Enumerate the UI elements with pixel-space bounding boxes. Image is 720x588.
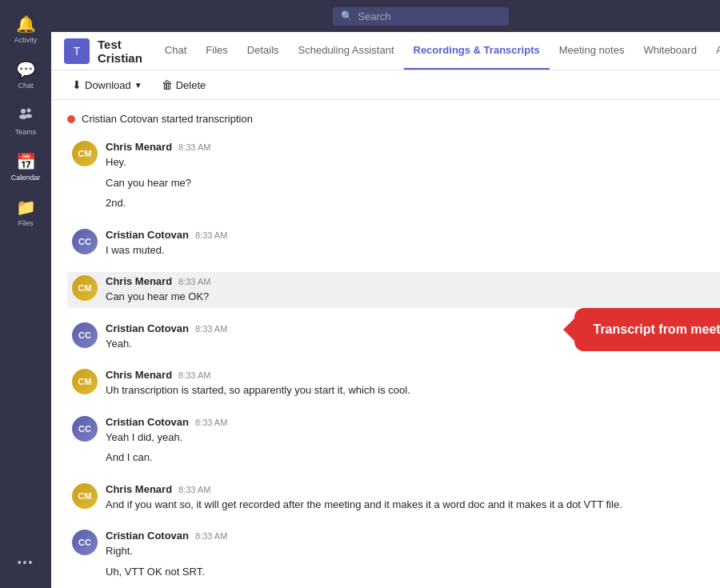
toolbar: ⬇ Download ▼ 🗑 Delete (51, 70, 720, 100)
callout-wrapper: Transcript from meeting (574, 308, 721, 351)
download-button[interactable]: ⬇ Download ▼ (64, 75, 150, 94)
message-author: Cristian Cotovan (106, 416, 189, 428)
message-text: I was muted. (106, 242, 720, 258)
activity-icon: 🔔 (16, 14, 36, 34)
channel-header: T Test Cristian Chat Files Details Sched… (51, 32, 720, 70)
avatar: CC (72, 229, 98, 254)
message-meta: Cristian Cotovan 8:33 AM (106, 416, 720, 428)
delete-button[interactable]: 🗑 Delete (154, 75, 214, 94)
tab-details[interactable]: Details (238, 32, 289, 70)
message-text: Hey. Can you hear me? 2nd. (106, 154, 720, 211)
tab-chat[interactable]: Chat (155, 32, 196, 70)
message-meta: Cristian Cotovan 8:33 AM (106, 229, 720, 241)
tab-attendance[interactable]: Attendance (706, 32, 720, 70)
svg-point-1 (27, 109, 31, 113)
message-time: 8:33 AM (195, 418, 227, 427)
message-author: Chris Menard (106, 483, 172, 495)
message-body: Cristian Cotovan 8:33 AM Yeah I did, yea… (106, 416, 720, 466)
sidebar-item-teams[interactable]: Teams (0, 99, 51, 142)
message-time: 8:33 AM (178, 142, 210, 152)
message-time: 8:33 AM (178, 277, 210, 286)
message-meta: Chris Menard 8:33 AM (106, 141, 720, 153)
message-author: Cristian Cotovan (106, 530, 189, 542)
message-text: Right. Uh, VTT OK not SRT. (106, 543, 720, 579)
message-meta: Chris Menard 8:33 AM (106, 275, 720, 287)
svg-point-0 (21, 109, 26, 114)
chat-icon: 💬 (16, 60, 36, 79)
message-text: Uh transcription is started, so apparent… (106, 382, 720, 398)
search-placeholder: Search (358, 10, 390, 22)
message-author: Chris Menard (106, 369, 172, 381)
message-author: Chris Menard (106, 275, 172, 287)
transcript-content[interactable]: Cristian Cotovan started transcription C… (51, 100, 720, 588)
sidebar-item-calendar[interactable]: 📅 Calendar (0, 146, 51, 188)
sidebar-label-files: Files (18, 219, 33, 227)
delete-icon: 🗑 (162, 78, 173, 91)
sidebar-label-activity: Activity (14, 36, 38, 44)
message-group: CM Chris Menard 8:33 AM Uh transcription… (67, 366, 720, 402)
message-author: Cristian Cotovan (106, 322, 189, 334)
message-body: Cristian Cotovan 8:33 AM I was muted. (106, 229, 720, 258)
teams-icon (18, 106, 34, 126)
svg-point-3 (26, 114, 32, 118)
more-icon: ••• (18, 556, 34, 569)
channel-icon: T (64, 38, 90, 64)
calendar-icon: 📅 (16, 152, 36, 171)
message-time: 8:33 AM (195, 531, 227, 541)
tab-whiteboard[interactable]: Whiteboard (634, 32, 706, 70)
callout-bubble: Transcript from meeting (574, 308, 721, 351)
message-group: CC Cristian Cotovan 8:33 AM Right. Uh, V… (67, 526, 720, 582)
message-author: Cristian Cotovan (106, 229, 189, 241)
sidebar-label-chat: Chat (18, 82, 33, 90)
avatar: CM (72, 275, 98, 301)
message-group: CC Cristian Cotovan 8:33 AM I was muted. (67, 226, 720, 262)
sidebar-item-files[interactable]: 📁 Files (0, 191, 51, 234)
tab-files[interactable]: Files (196, 32, 237, 70)
message-time: 8:33 AM (178, 370, 210, 380)
search-box[interactable]: 🔍 Search (333, 7, 509, 26)
message-body: Chris Menard 8:33 AM Can you hear me OK? (106, 275, 720, 305)
sidebar-label-calendar: Calendar (11, 174, 41, 182)
tab-scheduling[interactable]: Scheduling Assistant (289, 32, 404, 70)
message-meta: Chris Menard 8:33 AM (106, 369, 720, 381)
avatar: CC (72, 530, 98, 555)
tab-recordings[interactable]: Recordings & Transcripts (404, 32, 550, 70)
main-content: 🔍 Search T Test Cristian Chat Files Deta… (51, 0, 720, 588)
tab-meeting-notes[interactable]: Meeting notes (550, 32, 634, 70)
message-body: Cristian Cotovan 8:33 AM Right. Uh, VTT … (106, 530, 720, 579)
recording-dot (67, 115, 75, 123)
message-time: 8:33 AM (178, 485, 210, 494)
sidebar-item-activity[interactable]: 🔔 Activity (0, 8, 51, 50)
search-icon: 🔍 (341, 10, 353, 22)
avatar: CC (72, 322, 98, 348)
tab-nav: Chat Files Details Scheduling Assistant … (155, 32, 720, 70)
avatar: CM (72, 369, 98, 394)
message-time: 8:33 AM (195, 230, 227, 240)
message-group: CM Chris Menard 8:33 AM Hey. Can you hea… (67, 138, 720, 214)
message-text: Can you hear me OK? (106, 289, 720, 305)
message-text: And if you want so, it will get recorded… (106, 497, 720, 513)
message-time: 8:33 AM (195, 324, 227, 334)
sidebar-item-more[interactable]: ••• (0, 550, 51, 575)
message-meta: Cristian Cotovan 8:33 AM (106, 530, 720, 542)
transcript-start: Cristian Cotovan started transcription (67, 113, 720, 125)
callout-text: Transcript from meeting (594, 322, 721, 336)
message-group: CC Cristian Cotovan 8:33 AM Yeah I did, … (67, 413, 720, 469)
message-body: Chris Menard 8:33 AM Hey. Can you hear m… (106, 141, 720, 211)
channel-title: Test Cristian (98, 38, 142, 65)
download-label: Download (85, 79, 131, 91)
files-icon: 📁 (16, 198, 36, 217)
avatar: CC (72, 416, 98, 442)
message-author: Chris Menard (106, 141, 172, 153)
transcript-start-text: Cristian Cotovan started transcription (82, 113, 253, 125)
message-body: Chris Menard 8:33 AM And if you want so,… (106, 483, 720, 513)
sidebar-item-chat[interactable]: 💬 Chat (0, 54, 51, 96)
topbar: 🔍 Search (51, 0, 720, 32)
avatar: CM (72, 483, 98, 509)
message-meta: Chris Menard 8:33 AM (106, 483, 720, 495)
message-body: Chris Menard 8:33 AM Uh transcription is… (106, 369, 720, 398)
download-icon: ⬇ (72, 78, 82, 91)
avatar: CM (72, 141, 98, 166)
message-group: CM Chris Menard 8:33 AM Can you hear me … (67, 272, 720, 308)
sidebar-label-teams: Teams (15, 128, 37, 136)
